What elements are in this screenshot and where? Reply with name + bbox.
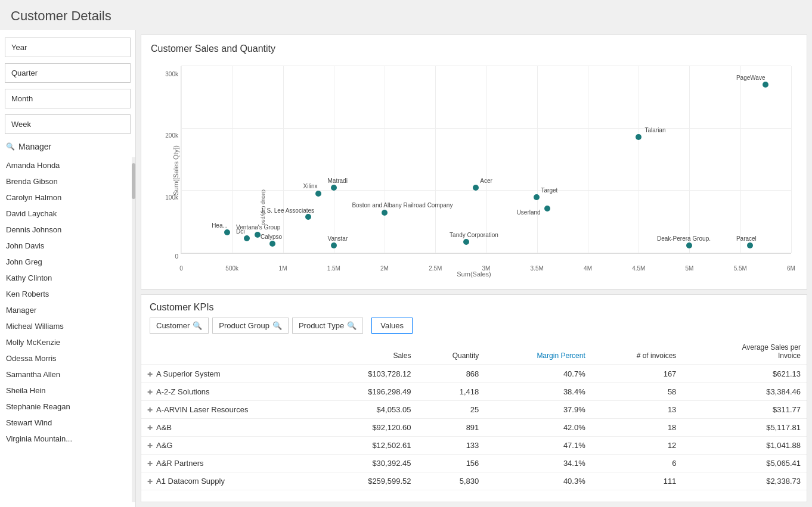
filter-product-type-btn[interactable]: Product Type 🔍 [292,318,363,334]
table-row: ✚A Superior System $103,728.12 868 40.7%… [141,365,807,383]
manager-list-container[interactable]: Amanda Honda Brenda Gibson Carolyn Halmo… [0,157,135,502]
filter-month[interactable]: Month [5,89,131,108]
sales-cell: $92,120.60 [320,419,417,437]
invoices-cell: 13 [591,401,683,419]
expand-icon[interactable]: ✚ [147,442,153,449]
label-userland: Userland [517,209,541,216]
col-header-invoices: # of invoices [591,338,683,365]
dot-userland [544,206,550,211]
invoices-cell: 12 [591,437,683,455]
filter-week[interactable]: Week [5,114,131,134]
table-row: ✚A-ARVIN Laser Resources $4,053.05 25 37… [141,401,807,419]
col-header-margin: Margin Percent [485,338,591,365]
kpi-filters: Customer 🔍 Product Group 🔍 Product Type … [141,318,807,338]
dot-deak [686,242,692,248]
quantity-cell: 25 [417,401,485,419]
dot-paracel [747,242,753,248]
margin-cell: 47.1% [485,437,591,455]
expand-icon[interactable]: ✚ [147,478,153,485]
invoices-cell: 167 [591,365,683,383]
list-item[interactable]: John Davis [0,238,135,254]
manager-section: 🔍 Manager [0,137,135,157]
expand-icon[interactable]: ✚ [147,371,153,378]
kpi-table-wrapper[interactable]: Sales Quantity Margin Percent # of invoi… [141,338,807,502]
search-icon: 🔍 [272,321,282,330]
dot-boston [382,210,388,216]
dot-calypso [269,241,275,247]
list-item[interactable]: Brenda Gibson [0,173,135,189]
values-button[interactable]: Values [371,318,413,334]
avg-sales-cell: $5,065.41 [682,455,807,472]
list-item[interactable]: John Greg [0,254,135,270]
avg-sales-cell: $5,117.81 [682,419,807,437]
list-item[interactable]: Carolyn Halmon [0,189,135,206]
table-row: ✚A&R Partners $30,392.45 156 34.1% 6 $5,… [141,455,807,472]
margin-cell: 38.4% [485,383,591,401]
list-item[interactable]: Samantha Allen [0,366,135,382]
label-target: Target [541,187,558,194]
label-talarian: Talarian [644,127,665,133]
col-header-sales: Sales [320,338,417,365]
label-vanstar: Vanstar [328,235,348,242]
chart-area: Sum([Sales Qty]) [151,60,797,281]
list-item[interactable]: Dennis Johnson [0,222,135,238]
filter-year[interactable]: Year [5,38,131,57]
expand-icon[interactable]: ✚ [147,460,153,467]
search-icon: 🔍 [193,321,202,330]
dot-acer [473,185,479,191]
kpi-container: Customer KPIs Customer 🔍 Product Group 🔍… [141,294,807,502]
invoices-cell: 6 [591,455,683,472]
expand-icon[interactable]: ✚ [147,406,153,413]
dot-ventana [255,232,261,238]
scrollbar-thumb[interactable] [132,163,135,199]
quantity-cell: 156 [417,455,485,472]
list-item[interactable]: Amanda Honda [0,157,135,173]
margin-cell: 40.3% [485,472,591,490]
list-item[interactable]: Ken Roberts [0,286,135,302]
margin-cell: 42.0% [485,419,591,437]
customer-cell: ✚A&G [141,437,320,455]
margin-cell: 37.9% [485,401,591,419]
list-item[interactable]: Odessa Morris [0,350,135,366]
expand-icon[interactable]: ✚ [147,388,153,396]
expand-icon[interactable]: ✚ [147,424,153,431]
list-item[interactable]: Molly McKenzie [0,334,135,350]
list-item[interactable]: Virginia Mountain... [0,431,135,447]
list-item[interactable]: Manager [0,302,135,318]
sales-cell: $30,392.45 [320,455,417,472]
list-item[interactable]: Sheila Hein [0,382,135,399]
list-item[interactable]: Stephanie Reagan [0,399,135,415]
invoices-cell: 58 [591,383,683,401]
label-boston: Boston and Albany Railroad Company [352,202,453,209]
kpi-table: Sales Quantity Margin Percent # of invoi… [141,338,807,490]
sales-cell: $196,298.49 [320,383,417,401]
label-xilinx: Xilinx [303,183,318,189]
avg-sales-cell: $3,384.46 [682,383,807,401]
customer-cell: ✚A1 Datacom Supply [141,472,320,490]
label-dci: Dci [236,228,244,235]
col-header-quantity: Quantity [417,338,485,365]
dot-pagewave [763,82,768,88]
sales-cell: $4,053.05 [320,401,417,419]
quantity-cell: 5,830 [417,472,485,490]
quantity-cell: 133 [417,437,485,455]
filter-customer-btn[interactable]: Customer 🔍 [150,318,209,334]
margin-cell: 40.7% [485,365,591,383]
label-group-calypso: Group Calypso [261,189,266,225]
filter-product-group-btn[interactable]: Product Group 🔍 [212,318,289,334]
dot-target [534,194,540,200]
avg-sales-cell: $2,338.73 [682,472,807,490]
list-item[interactable]: Micheal Williams [0,318,135,334]
table-row: ✚A&G $12,502.61 133 47.1% 12 $1,041.88 [141,437,807,455]
list-item[interactable]: Kathy Clinton [0,270,135,286]
quantity-cell: 891 [417,419,485,437]
sidebar: Year Quarter Month Week 🔍 Manager Amanda… [0,30,136,507]
invoices-cell: 111 [591,472,683,490]
invoices-cell: 18 [591,419,683,437]
filter-quarter[interactable]: Quarter [5,63,131,83]
quantity-cell: 1,418 [417,383,485,401]
list-item[interactable]: Stewart Wind [0,415,135,431]
label-hea: Hea... [212,222,228,229]
customer-cell: ✚A&R Partners [141,455,320,472]
list-item[interactable]: David Laychak [0,206,135,222]
